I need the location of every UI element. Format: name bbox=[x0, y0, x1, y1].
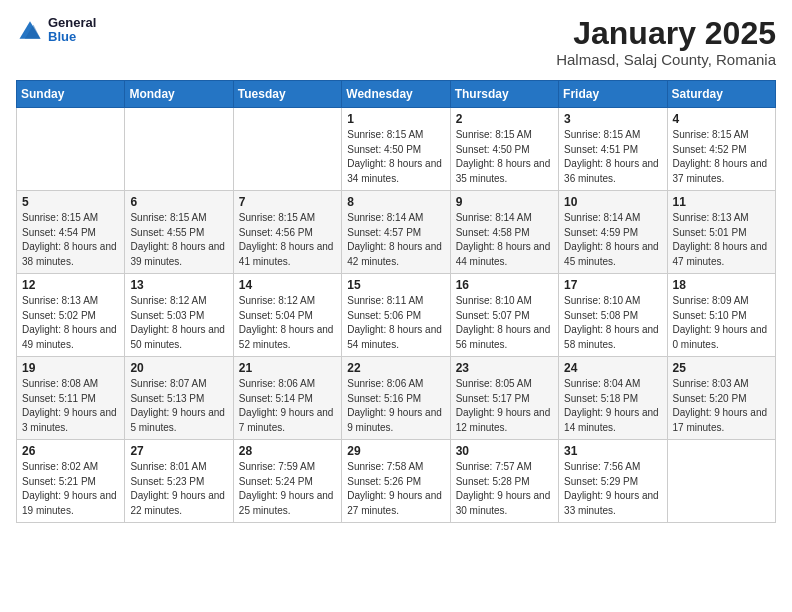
weekday-header-friday: Friday bbox=[559, 81, 667, 108]
location-title: Halmasd, Salaj County, Romania bbox=[556, 51, 776, 68]
day-info: Sunrise: 8:06 AM Sunset: 5:16 PM Dayligh… bbox=[347, 377, 444, 435]
calendar-day-cell: 29Sunrise: 7:58 AM Sunset: 5:26 PM Dayli… bbox=[342, 440, 450, 523]
day-info: Sunrise: 7:57 AM Sunset: 5:28 PM Dayligh… bbox=[456, 460, 553, 518]
calendar-day-cell: 9Sunrise: 8:14 AM Sunset: 4:58 PM Daylig… bbox=[450, 191, 558, 274]
day-info: Sunrise: 7:56 AM Sunset: 5:29 PM Dayligh… bbox=[564, 460, 661, 518]
calendar-day-cell: 1Sunrise: 8:15 AM Sunset: 4:50 PM Daylig… bbox=[342, 108, 450, 191]
day-number: 19 bbox=[22, 361, 119, 375]
day-number: 28 bbox=[239, 444, 336, 458]
day-info: Sunrise: 8:08 AM Sunset: 5:11 PM Dayligh… bbox=[22, 377, 119, 435]
day-info: Sunrise: 8:04 AM Sunset: 5:18 PM Dayligh… bbox=[564, 377, 661, 435]
calendar-week-row: 1Sunrise: 8:15 AM Sunset: 4:50 PM Daylig… bbox=[17, 108, 776, 191]
day-info: Sunrise: 8:14 AM Sunset: 4:58 PM Dayligh… bbox=[456, 211, 553, 269]
day-number: 14 bbox=[239, 278, 336, 292]
calendar-day-cell: 4Sunrise: 8:15 AM Sunset: 4:52 PM Daylig… bbox=[667, 108, 775, 191]
calendar-day-cell: 31Sunrise: 7:56 AM Sunset: 5:29 PM Dayli… bbox=[559, 440, 667, 523]
calendar-week-row: 5Sunrise: 8:15 AM Sunset: 4:54 PM Daylig… bbox=[17, 191, 776, 274]
calendar-table: SundayMondayTuesdayWednesdayThursdayFrid… bbox=[16, 80, 776, 523]
calendar-day-cell: 2Sunrise: 8:15 AM Sunset: 4:50 PM Daylig… bbox=[450, 108, 558, 191]
day-info: Sunrise: 8:12 AM Sunset: 5:03 PM Dayligh… bbox=[130, 294, 227, 352]
day-info: Sunrise: 8:15 AM Sunset: 4:54 PM Dayligh… bbox=[22, 211, 119, 269]
day-number: 10 bbox=[564, 195, 661, 209]
calendar-day-cell: 19Sunrise: 8:08 AM Sunset: 5:11 PM Dayli… bbox=[17, 357, 125, 440]
logo-general-text: General bbox=[48, 16, 96, 30]
day-number: 17 bbox=[564, 278, 661, 292]
day-number: 29 bbox=[347, 444, 444, 458]
day-number: 6 bbox=[130, 195, 227, 209]
day-number: 18 bbox=[673, 278, 770, 292]
calendar-day-cell: 13Sunrise: 8:12 AM Sunset: 5:03 PM Dayli… bbox=[125, 274, 233, 357]
day-number: 24 bbox=[564, 361, 661, 375]
calendar-day-cell: 15Sunrise: 8:11 AM Sunset: 5:06 PM Dayli… bbox=[342, 274, 450, 357]
day-number: 12 bbox=[22, 278, 119, 292]
day-info: Sunrise: 8:09 AM Sunset: 5:10 PM Dayligh… bbox=[673, 294, 770, 352]
calendar-day-cell: 5Sunrise: 8:15 AM Sunset: 4:54 PM Daylig… bbox=[17, 191, 125, 274]
calendar-day-cell: 7Sunrise: 8:15 AM Sunset: 4:56 PM Daylig… bbox=[233, 191, 341, 274]
day-number: 4 bbox=[673, 112, 770, 126]
calendar-day-cell: 23Sunrise: 8:05 AM Sunset: 5:17 PM Dayli… bbox=[450, 357, 558, 440]
weekday-header-thursday: Thursday bbox=[450, 81, 558, 108]
day-info: Sunrise: 8:01 AM Sunset: 5:23 PM Dayligh… bbox=[130, 460, 227, 518]
day-info: Sunrise: 7:59 AM Sunset: 5:24 PM Dayligh… bbox=[239, 460, 336, 518]
day-number: 13 bbox=[130, 278, 227, 292]
day-info: Sunrise: 8:11 AM Sunset: 5:06 PM Dayligh… bbox=[347, 294, 444, 352]
day-number: 26 bbox=[22, 444, 119, 458]
day-info: Sunrise: 8:10 AM Sunset: 5:07 PM Dayligh… bbox=[456, 294, 553, 352]
day-number: 5 bbox=[22, 195, 119, 209]
calendar-day-cell: 18Sunrise: 8:09 AM Sunset: 5:10 PM Dayli… bbox=[667, 274, 775, 357]
day-number: 16 bbox=[456, 278, 553, 292]
empty-cell bbox=[667, 440, 775, 523]
calendar-day-cell: 17Sunrise: 8:10 AM Sunset: 5:08 PM Dayli… bbox=[559, 274, 667, 357]
weekday-header-row: SundayMondayTuesdayWednesdayThursdayFrid… bbox=[17, 81, 776, 108]
calendar-day-cell: 26Sunrise: 8:02 AM Sunset: 5:21 PM Dayli… bbox=[17, 440, 125, 523]
calendar-day-cell: 6Sunrise: 8:15 AM Sunset: 4:55 PM Daylig… bbox=[125, 191, 233, 274]
empty-cell bbox=[125, 108, 233, 191]
logo-icon bbox=[16, 16, 44, 44]
logo-blue-text: Blue bbox=[48, 30, 96, 44]
calendar-day-cell: 10Sunrise: 8:14 AM Sunset: 4:59 PM Dayli… bbox=[559, 191, 667, 274]
calendar-day-cell: 24Sunrise: 8:04 AM Sunset: 5:18 PM Dayli… bbox=[559, 357, 667, 440]
weekday-header-wednesday: Wednesday bbox=[342, 81, 450, 108]
logo: General Blue bbox=[16, 16, 96, 45]
day-number: 3 bbox=[564, 112, 661, 126]
day-info: Sunrise: 8:14 AM Sunset: 4:59 PM Dayligh… bbox=[564, 211, 661, 269]
day-info: Sunrise: 8:15 AM Sunset: 4:51 PM Dayligh… bbox=[564, 128, 661, 186]
calendar-day-cell: 30Sunrise: 7:57 AM Sunset: 5:28 PM Dayli… bbox=[450, 440, 558, 523]
day-info: Sunrise: 8:15 AM Sunset: 4:50 PM Dayligh… bbox=[456, 128, 553, 186]
calendar-week-row: 12Sunrise: 8:13 AM Sunset: 5:02 PM Dayli… bbox=[17, 274, 776, 357]
calendar-day-cell: 25Sunrise: 8:03 AM Sunset: 5:20 PM Dayli… bbox=[667, 357, 775, 440]
day-number: 30 bbox=[456, 444, 553, 458]
calendar-day-cell: 12Sunrise: 8:13 AM Sunset: 5:02 PM Dayli… bbox=[17, 274, 125, 357]
day-info: Sunrise: 8:13 AM Sunset: 5:02 PM Dayligh… bbox=[22, 294, 119, 352]
weekday-header-monday: Monday bbox=[125, 81, 233, 108]
calendar-day-cell: 16Sunrise: 8:10 AM Sunset: 5:07 PM Dayli… bbox=[450, 274, 558, 357]
day-info: Sunrise: 8:02 AM Sunset: 5:21 PM Dayligh… bbox=[22, 460, 119, 518]
calendar-day-cell: 28Sunrise: 7:59 AM Sunset: 5:24 PM Dayli… bbox=[233, 440, 341, 523]
day-info: Sunrise: 8:13 AM Sunset: 5:01 PM Dayligh… bbox=[673, 211, 770, 269]
empty-cell bbox=[233, 108, 341, 191]
weekday-header-tuesday: Tuesday bbox=[233, 81, 341, 108]
day-info: Sunrise: 8:15 AM Sunset: 4:55 PM Dayligh… bbox=[130, 211, 227, 269]
day-info: Sunrise: 8:03 AM Sunset: 5:20 PM Dayligh… bbox=[673, 377, 770, 435]
day-info: Sunrise: 8:06 AM Sunset: 5:14 PM Dayligh… bbox=[239, 377, 336, 435]
calendar-week-row: 26Sunrise: 8:02 AM Sunset: 5:21 PM Dayli… bbox=[17, 440, 776, 523]
day-number: 2 bbox=[456, 112, 553, 126]
day-info: Sunrise: 8:05 AM Sunset: 5:17 PM Dayligh… bbox=[456, 377, 553, 435]
day-info: Sunrise: 8:14 AM Sunset: 4:57 PM Dayligh… bbox=[347, 211, 444, 269]
day-info: Sunrise: 7:58 AM Sunset: 5:26 PM Dayligh… bbox=[347, 460, 444, 518]
calendar-day-cell: 20Sunrise: 8:07 AM Sunset: 5:13 PM Dayli… bbox=[125, 357, 233, 440]
month-title: January 2025 bbox=[556, 16, 776, 51]
day-number: 11 bbox=[673, 195, 770, 209]
calendar-day-cell: 14Sunrise: 8:12 AM Sunset: 5:04 PM Dayli… bbox=[233, 274, 341, 357]
day-info: Sunrise: 8:15 AM Sunset: 4:56 PM Dayligh… bbox=[239, 211, 336, 269]
day-number: 25 bbox=[673, 361, 770, 375]
day-info: Sunrise: 8:12 AM Sunset: 5:04 PM Dayligh… bbox=[239, 294, 336, 352]
calendar-day-cell: 21Sunrise: 8:06 AM Sunset: 5:14 PM Dayli… bbox=[233, 357, 341, 440]
calendar-day-cell: 11Sunrise: 8:13 AM Sunset: 5:01 PM Dayli… bbox=[667, 191, 775, 274]
day-number: 7 bbox=[239, 195, 336, 209]
day-number: 23 bbox=[456, 361, 553, 375]
day-info: Sunrise: 8:15 AM Sunset: 4:52 PM Dayligh… bbox=[673, 128, 770, 186]
calendar-day-cell: 8Sunrise: 8:14 AM Sunset: 4:57 PM Daylig… bbox=[342, 191, 450, 274]
weekday-header-saturday: Saturday bbox=[667, 81, 775, 108]
day-number: 31 bbox=[564, 444, 661, 458]
